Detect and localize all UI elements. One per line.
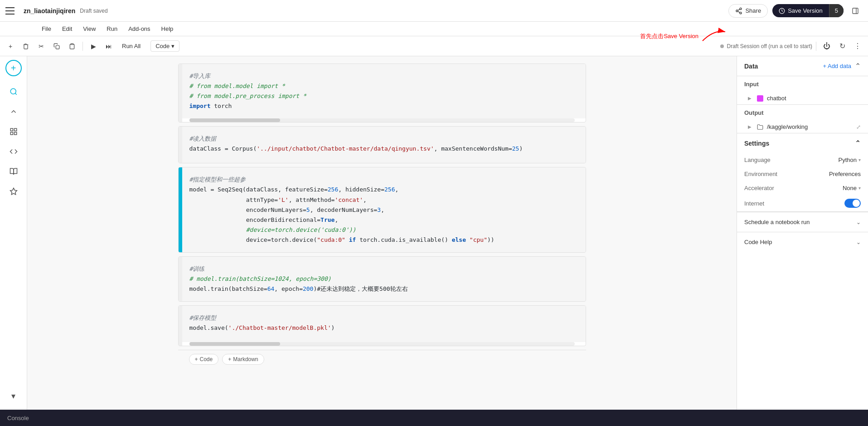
cut-button[interactable]: ✂ bbox=[34, 39, 48, 53]
code-text: model.save('./Chatbot-master/modelB.pkl'… bbox=[189, 324, 335, 331]
nav-code[interactable] bbox=[5, 142, 23, 161]
code-help-arrow: ⌄ bbox=[856, 239, 861, 245]
right-panel-header: Data + Add data ⌃ bbox=[737, 56, 868, 76]
notebook-title: zn_liaotainjiqiren bbox=[24, 7, 75, 15]
cell-type-selector[interactable]: Code ▾ bbox=[150, 40, 179, 52]
session-status: Draft Session off (run a cell to start) bbox=[720, 43, 812, 49]
output-action-icon[interactable]: ⤢ bbox=[856, 124, 861, 130]
left-sidebar: + ▾ bbox=[0, 56, 27, 410]
settings-header[interactable]: Settings ⌃ bbox=[737, 133, 868, 153]
environment-label: Environment bbox=[744, 171, 777, 177]
code-text: model = Seq2Seq(dataClass, featureSize=2… bbox=[189, 186, 399, 193]
code-text: attnType='L', attnMethod='concat', bbox=[189, 196, 367, 203]
paste-button[interactable] bbox=[65, 39, 79, 53]
code-editor-2[interactable]: #读入数据 dataClass = Corpus('../input/chatb… bbox=[179, 127, 586, 163]
schedule-label: Schedule a notebook run bbox=[744, 219, 810, 225]
run-all-skip-button[interactable]: ⏭ bbox=[102, 39, 116, 53]
new-notebook-button[interactable]: + bbox=[5, 60, 22, 76]
input-section: Input ▶ chatbot bbox=[737, 76, 868, 105]
right-sidebar-toggle[interactable] bbox=[848, 4, 863, 18]
delete-cell-button[interactable] bbox=[19, 39, 33, 53]
code-cell-3: #指定模型和一些超参 model = Seq2Seq(dataClass, fe… bbox=[178, 167, 586, 253]
console-bar: Console bbox=[0, 410, 868, 426]
nav-education[interactable] bbox=[5, 182, 23, 201]
share-button[interactable]: Share bbox=[728, 4, 768, 18]
internet-toggle[interactable] bbox=[844, 199, 861, 208]
svg-rect-8 bbox=[56, 45, 59, 49]
accelerator-selector[interactable]: None ▾ bbox=[843, 185, 861, 191]
more-options-button[interactable]: ⋮ bbox=[851, 39, 864, 53]
chatbot-item[interactable]: ▶ chatbot bbox=[737, 92, 868, 104]
chatbot-label: chatbot bbox=[767, 95, 786, 102]
copy-button[interactable] bbox=[50, 39, 63, 53]
code-comment: #导入库 bbox=[189, 73, 211, 79]
svg-point-0 bbox=[740, 8, 742, 10]
nav-notebook[interactable] bbox=[5, 162, 23, 181]
svg-rect-14 bbox=[14, 132, 16, 135]
add-cell-button[interactable]: + bbox=[4, 39, 17, 53]
svg-rect-15 bbox=[10, 132, 13, 135]
code-cell-1: #导入库 # from model.model import * # from … bbox=[178, 64, 586, 122]
nav-expand[interactable]: ▾ bbox=[5, 387, 23, 405]
power-button[interactable]: ⏻ bbox=[820, 39, 834, 53]
code-comment: # model.train(batchSize=1024, epoch=300) bbox=[189, 275, 331, 282]
cell-gutter bbox=[179, 127, 182, 163]
run-cell-button[interactable]: ▶ bbox=[87, 39, 100, 53]
code-editor-4[interactable]: #训练 # model.train(batchSize=1024, epoch=… bbox=[179, 257, 586, 301]
code-keyword: import bbox=[189, 103, 211, 109]
menu-help[interactable]: Help bbox=[156, 22, 179, 36]
cell-gutter bbox=[179, 167, 182, 252]
menu-view[interactable]: View bbox=[78, 22, 101, 36]
schedule-arrow: ⌄ bbox=[856, 219, 861, 225]
settings-section: Settings ⌃ Language Python ▾ Environment… bbox=[737, 133, 868, 212]
refresh-button[interactable]: ↻ bbox=[835, 39, 849, 53]
run-all-button[interactable]: Run All bbox=[117, 41, 145, 51]
save-version-label: Save Version bbox=[788, 7, 823, 14]
nav-data[interactable] bbox=[5, 122, 23, 141]
code-help-label: Code Help bbox=[744, 239, 772, 245]
menu-run[interactable]: Run bbox=[101, 22, 123, 36]
data-panel-title: Data bbox=[744, 63, 758, 70]
code-text: ) bbox=[519, 145, 523, 152]
toolbar: + ✂ ▶ ⏭ Run All Code ▾ Draft Session off… bbox=[0, 36, 868, 56]
output-actions: ⤢ bbox=[856, 124, 861, 130]
menu-edit[interactable]: Edit bbox=[57, 22, 78, 36]
nav-search[interactable] bbox=[5, 83, 23, 101]
code-help-accordion-header[interactable]: Code Help ⌄ bbox=[737, 232, 868, 252]
schedule-accordion-header[interactable]: Schedule a notebook run ⌄ bbox=[737, 212, 868, 232]
output-path: /kaggle/working bbox=[767, 123, 808, 130]
schedule-accordion: Schedule a notebook run ⌄ bbox=[737, 212, 868, 232]
run-all-label: Run All bbox=[122, 43, 141, 49]
item-arrow: ▶ bbox=[748, 124, 752, 129]
code-editor-3[interactable]: #指定模型和一些超参 model = Seq2Seq(dataClass, fe… bbox=[179, 167, 586, 252]
menu-addons[interactable]: Add-ons bbox=[123, 22, 155, 36]
code-editor-1[interactable]: #导入库 # from model.model import * # from … bbox=[179, 64, 586, 118]
hamburger-menu[interactable] bbox=[5, 4, 20, 18]
nav-leaderboard[interactable] bbox=[5, 103, 23, 121]
right-panel: Data + Add data ⌃ Input ▶ chatbot Output… bbox=[737, 56, 868, 410]
notebook-area: #导入库 # from model.model import * # from … bbox=[27, 56, 737, 410]
panel-collapse-button[interactable]: ⌃ bbox=[855, 62, 861, 70]
add-markdown-button[interactable]: + Markdown bbox=[222, 354, 264, 365]
menu-file[interactable]: File bbox=[36, 22, 57, 36]
output-folder-item[interactable]: ▶ /kaggle/working ⤢ bbox=[737, 121, 868, 133]
add-code-label: Code bbox=[200, 356, 213, 362]
environment-selector[interactable]: Preferences bbox=[829, 171, 861, 177]
code-comment: #保存模型 bbox=[189, 314, 217, 321]
language-selector[interactable]: Python ▾ bbox=[839, 157, 861, 163]
code-editor-5[interactable]: #保存模型 model.save('./Chatbot-master/model… bbox=[179, 306, 586, 342]
save-version-button[interactable]: Save Version 5 bbox=[772, 4, 844, 17]
code-cell-5: #保存模型 model.save('./Chatbot-master/model… bbox=[178, 305, 586, 346]
svg-point-1 bbox=[736, 10, 738, 12]
add-code-button[interactable]: + Code bbox=[189, 354, 219, 365]
svg-rect-12 bbox=[10, 128, 13, 131]
environment-row: Environment Preferences bbox=[737, 167, 868, 181]
code-help-accordion: Code Help ⌄ bbox=[737, 232, 868, 252]
add-cell-bar: + Code + Markdown bbox=[178, 350, 586, 368]
main-area: + ▾ #导入库 # from mod bbox=[0, 56, 868, 410]
add-data-button[interactable]: + Add data bbox=[823, 63, 851, 69]
internet-row: Internet bbox=[737, 195, 868, 211]
folder-icon bbox=[757, 124, 763, 130]
item-arrow: ▶ bbox=[748, 96, 752, 101]
panel-actions: + Add data ⌃ bbox=[823, 62, 861, 70]
